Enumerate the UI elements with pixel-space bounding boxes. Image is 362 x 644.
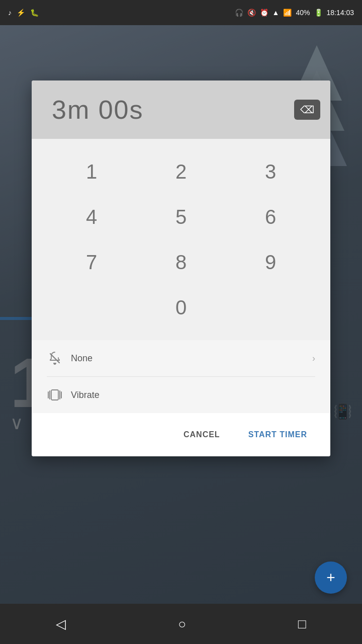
vibrate-label: Vibrate bbox=[71, 390, 315, 400]
key-2[interactable]: 2 bbox=[136, 149, 226, 194]
fab-plus-icon: + bbox=[326, 569, 335, 586]
fab-add-timer[interactable]: + bbox=[315, 561, 347, 594]
mute-icon: 🔇 bbox=[247, 9, 256, 17]
key-9[interactable]: 9 bbox=[226, 239, 315, 285]
nav-recent-button[interactable]: □ bbox=[298, 616, 306, 632]
keypad-grid: 1 2 3 4 5 6 7 8 9 bbox=[47, 149, 315, 285]
backspace-button[interactable] bbox=[294, 100, 320, 120]
debug-icon: 🐛 bbox=[30, 9, 39, 17]
bell-off-icon bbox=[47, 351, 63, 365]
timer-header: 3m 00s bbox=[32, 80, 330, 139]
sound-chevron-icon: › bbox=[312, 353, 315, 364]
key-0[interactable]: 0 bbox=[136, 285, 226, 330]
wifi-icon: ▲ bbox=[273, 9, 280, 17]
battery-icon: 🔋 bbox=[314, 9, 323, 17]
timer-display: 3m 00s bbox=[52, 95, 144, 125]
bottom-nav: ◁ ○ □ bbox=[0, 604, 362, 644]
nav-home-button[interactable]: ○ bbox=[178, 616, 186, 632]
status-bar: ♪ ⚡ 🐛 🎧 🔇 ⏰ ▲ 📶 40% 🔋 18:14:03 bbox=[0, 0, 362, 25]
signal-icon: 📶 bbox=[283, 9, 292, 17]
start-timer-button[interactable]: START TIMER bbox=[240, 425, 315, 444]
key-4[interactable]: 4 bbox=[47, 194, 136, 239]
action-buttons: CANCEL START TIMER bbox=[32, 413, 330, 456]
options-section: None › Vibrate bbox=[32, 340, 330, 413]
battery-percent: 40% bbox=[296, 9, 310, 17]
key-1[interactable]: 1 bbox=[47, 149, 136, 194]
key-3[interactable]: 3 bbox=[226, 149, 315, 194]
nav-back-button[interactable]: ◁ bbox=[56, 616, 66, 632]
key-6[interactable]: 6 bbox=[226, 194, 315, 239]
timer-dialog: 3m 00s 1 2 3 4 5 6 7 8 9 0 bbox=[32, 80, 330, 456]
sound-option[interactable]: None › bbox=[47, 340, 315, 377]
cancel-button[interactable]: CANCEL bbox=[175, 425, 228, 444]
key-7[interactable]: 7 bbox=[47, 239, 136, 285]
key-8[interactable]: 8 bbox=[136, 239, 226, 285]
sound-label: None bbox=[71, 353, 304, 364]
vibrate-icon bbox=[47, 388, 63, 402]
key-zero-row: 0 bbox=[47, 285, 315, 330]
status-left-icons: ♪ ⚡ 🐛 bbox=[8, 9, 39, 17]
time-display: 18:14:03 bbox=[327, 9, 354, 17]
music-icon: ♪ bbox=[8, 9, 12, 17]
headphones-icon: 🎧 bbox=[235, 9, 243, 17]
keypad: 1 2 3 4 5 6 7 8 9 0 bbox=[32, 139, 330, 340]
status-right-icons: 🎧 🔇 ⏰ ▲ 📶 40% 🔋 18:14:03 bbox=[235, 9, 354, 17]
vibrate-option[interactable]: Vibrate bbox=[47, 377, 315, 413]
svg-rect-5 bbox=[51, 390, 58, 400]
usb-icon: ⚡ bbox=[17, 9, 25, 17]
alarm-icon: ⏰ bbox=[260, 9, 268, 17]
key-5[interactable]: 5 bbox=[136, 194, 226, 239]
